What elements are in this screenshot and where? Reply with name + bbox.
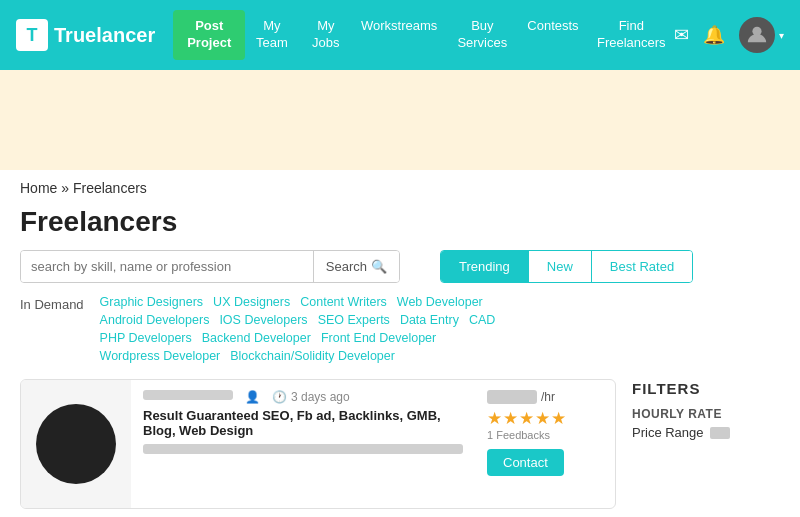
filter-tabs: Trending New Best Rated (440, 250, 693, 283)
tab-trending[interactable]: Trending (441, 251, 529, 282)
star-rating: ★★★★★ (487, 408, 567, 429)
nav-workstreams[interactable]: Workstreams (361, 18, 437, 52)
nav-buy-services[interactable]: Buy Services (455, 18, 509, 52)
card-right: /hr ★★★★★ 1 Feedbacks Contact (475, 380, 615, 508)
team-icon: 👤 (245, 390, 260, 404)
search-input-wrap: Search 🔍 (20, 250, 400, 283)
price-range-label: Price Range (632, 425, 704, 440)
meta-time: 🕐 3 days ago (272, 390, 350, 404)
breadcrumb-home[interactable]: Home (20, 180, 57, 196)
tag-cad[interactable]: CAD (469, 313, 495, 327)
tag-data-entry[interactable]: Data Entry (400, 313, 459, 327)
tag-front-end-developer[interactable]: Front End Developer (321, 331, 436, 345)
nav-my-jobs[interactable]: My Jobs (309, 18, 343, 52)
nav-find-freelancers[interactable]: Find Freelancers (597, 18, 666, 52)
time-ago: 3 days ago (291, 390, 350, 404)
card-title: Result Guaranteed SEO, Fb ad, Backlinks,… (143, 408, 463, 438)
tab-best-rated[interactable]: Best Rated (592, 251, 692, 282)
page-title: Freelancers (0, 200, 800, 250)
filters-panel: FILTERS ≡ HOURLY RATE Price Range (632, 379, 800, 509)
navbar: T Truelancer Post Project My Team My Job… (0, 0, 800, 70)
meta-team: 👤 (245, 390, 260, 404)
username-blurred (143, 390, 233, 400)
tag-content-writers[interactable]: Content Writers (300, 295, 387, 309)
price-range-row: Price Range (632, 425, 800, 440)
tag-ios-developers[interactable]: IOS Developers (219, 313, 307, 327)
hourly-rate: /hr (487, 390, 555, 404)
filters-header: FILTERS ≡ (632, 379, 800, 397)
clock-icon: 🕐 (272, 390, 287, 404)
search-input[interactable] (21, 251, 313, 282)
logo-text: Truelancer (54, 24, 155, 47)
tag-backend-developer[interactable]: Backend Developer (202, 331, 311, 345)
bell-icon[interactable]: 🔔 (703, 24, 725, 46)
contact-button[interactable]: Contact (487, 449, 564, 476)
tab-new[interactable]: New (529, 251, 592, 282)
filters-title: FILTERS (632, 380, 700, 397)
search-button[interactable]: Search 🔍 (313, 251, 399, 282)
tag-ux-designers[interactable]: UX Designers (213, 295, 290, 309)
tag-blockchain-developer[interactable]: Blockchain/Solidity Developer (230, 349, 395, 363)
table-row: 👤 🕐 3 days ago Result Guaranteed SEO, Fb… (20, 379, 616, 509)
main-content: 👤 🕐 3 days ago Result Guaranteed SEO, Fb… (0, 379, 800, 509)
freelancer-cards: 👤 🕐 3 days ago Result Guaranteed SEO, Fb… (20, 379, 616, 509)
freelancer-avatar (36, 404, 116, 484)
rate-unit: /hr (541, 390, 555, 404)
tag-seo-experts[interactable]: SEO Experts (318, 313, 390, 327)
logo-area[interactable]: T Truelancer (16, 19, 155, 51)
breadcrumb-separator: » (57, 180, 73, 196)
banner (0, 70, 800, 170)
nav-links: My Team My Jobs Workstreams Buy Services… (253, 18, 666, 52)
in-demand-tags: Graphic Designers UX Designers Content W… (100, 295, 550, 363)
search-icon: 🔍 (371, 259, 387, 274)
tag-web-developer[interactable]: Web Developer (397, 295, 483, 309)
breadcrumb-current: Freelancers (73, 180, 147, 196)
nav-my-team[interactable]: My Team (253, 18, 290, 52)
nav-icons: ✉ 🔔 ▾ (674, 17, 784, 53)
price-range-value-blurred (710, 427, 730, 439)
in-demand-label: In Demand (20, 295, 84, 363)
feedbacks-count: 1 Feedbacks (487, 429, 550, 441)
tag-wordpress-developer[interactable]: Wordpress Developer (100, 349, 221, 363)
card-avatar-area (21, 380, 131, 508)
post-project-button[interactable]: Post Project (173, 10, 245, 60)
rate-value-blurred (487, 390, 537, 404)
avatar-dropdown-icon[interactable]: ▾ (779, 30, 784, 41)
tag-php-developers[interactable]: PHP Developers (100, 331, 192, 345)
tag-android-developers[interactable]: Android Developers (100, 313, 210, 327)
nav-contests[interactable]: Contests (527, 18, 578, 52)
breadcrumb: Home » Freelancers (0, 170, 800, 200)
hourly-rate-label: HOURLY RATE (632, 407, 800, 421)
mail-icon[interactable]: ✉ (674, 24, 689, 46)
avatar[interactable] (739, 17, 775, 53)
card-meta: 👤 🕐 3 days ago (143, 390, 463, 404)
tag-graphic-designers[interactable]: Graphic Designers (100, 295, 204, 309)
card-middle: 👤 🕐 3 days ago Result Guaranteed SEO, Fb… (131, 380, 475, 508)
search-area: Search 🔍 Trending New Best Rated (0, 250, 800, 295)
card-description-blurred (143, 444, 463, 454)
in-demand-section: In Demand Graphic Designers UX Designers… (0, 295, 800, 379)
logo-icon: T (16, 19, 48, 51)
